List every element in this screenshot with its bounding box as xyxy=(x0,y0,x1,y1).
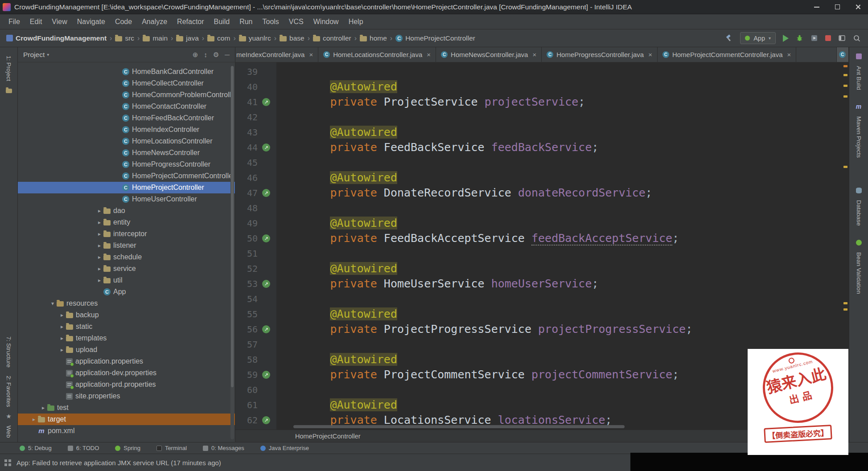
gutter[interactable]: 39 xyxy=(235,66,276,77)
tree-item-homelocationscontroller[interactable]: CHomeLocationsController xyxy=(18,135,235,147)
tree-item-application-properties[interactable]: application.properties xyxy=(18,356,235,367)
gutter[interactable]: 51 xyxy=(235,248,276,259)
close-tab-icon[interactable]: × xyxy=(787,51,791,58)
breadcrumb-item-controller[interactable]: controller xyxy=(313,34,351,42)
spring-bean-icon[interactable]: ↗ xyxy=(262,98,270,106)
code-line-47[interactable]: 47↗ private DonateRecordService donateRe… xyxy=(235,185,849,201)
tab-homeprogresscontroller-java[interactable]: CHomeProgressController.java× xyxy=(542,47,658,62)
gutter[interactable]: 62↗ xyxy=(235,415,276,426)
menu-refactor[interactable]: Refactor xyxy=(172,18,209,26)
tree-item-resources[interactable]: ▾resources xyxy=(18,298,235,309)
menu-run[interactable]: Run xyxy=(234,18,257,26)
gutter[interactable]: 43 xyxy=(235,127,276,138)
stripe-mark[interactable] xyxy=(843,65,847,67)
breadcrumb-item-yuanlrc[interactable]: yuanlrc xyxy=(239,34,271,42)
tab-homeprojectcommentcontroller-java[interactable]: CHomeProjectCommentController.java× xyxy=(658,47,796,62)
close-tab-icon[interactable]: × xyxy=(532,51,536,58)
tool-tab-maven-projects[interactable]: mMaven Projects xyxy=(856,104,862,162)
menu-file[interactable]: File xyxy=(4,18,25,26)
coverage-button[interactable] xyxy=(810,34,818,42)
project-scrollbar[interactable] xyxy=(230,66,234,439)
code-line-53[interactable]: 53↗ private HomeUserService homeUserServ… xyxy=(235,276,849,291)
code-line-45[interactable]: 45 xyxy=(235,155,849,170)
code-line-50[interactable]: 50↗ private FeedBackAcceptService feedBa… xyxy=(235,231,849,246)
tool-button-0-messages[interactable]: 0: Messages xyxy=(203,445,244,451)
hide-panel-button[interactable]: ─ xyxy=(225,51,230,59)
spring-bean-icon[interactable]: ↗ xyxy=(262,143,270,152)
menu-edit[interactable]: Edit xyxy=(25,18,47,26)
gutter[interactable]: 56↗ xyxy=(235,324,276,335)
menu-code[interactable]: Code xyxy=(110,18,137,26)
gutter[interactable]: 40 xyxy=(235,82,276,92)
expand-collapse-button[interactable]: ↕ xyxy=(204,51,207,59)
menu-navigate[interactable]: Navigate xyxy=(72,18,110,26)
breadcrumb-item-com[interactable]: com xyxy=(207,34,230,42)
tool-tab-web[interactable]: Web xyxy=(5,422,12,442)
gutter[interactable]: 41↗ xyxy=(235,97,276,107)
breadcrumb-item-base[interactable]: base xyxy=(280,34,304,42)
tree-item-site-properties[interactable]: site.properties xyxy=(18,390,235,402)
close-tab-icon[interactable]: × xyxy=(648,51,652,58)
tool-button-6-todo[interactable]: 6: TODO xyxy=(68,445,99,451)
minimize-button[interactable] xyxy=(806,0,827,14)
chevron-right-icon[interactable]: ▸ xyxy=(95,254,103,260)
tool-button-terminal[interactable]: Terminal xyxy=(156,445,187,451)
tree-item-homecollectcontroller[interactable]: CHomeCollectController xyxy=(18,78,235,89)
breadcrumb-item-home[interactable]: home xyxy=(360,34,387,42)
spring-bean-icon[interactable]: ↗ xyxy=(262,280,270,288)
tool-tab-ant-build[interactable]: Ant Build xyxy=(856,53,862,94)
gutter[interactable]: 45 xyxy=(235,157,276,168)
horizontal-scrollbar[interactable] xyxy=(293,425,625,428)
stripe-mark[interactable] xyxy=(843,308,847,311)
tool-tab-bean-validation[interactable]: Bean Validation xyxy=(856,240,862,298)
spring-bean-icon[interactable]: ↗ xyxy=(262,416,270,424)
toolwindow-switcher-icon[interactable] xyxy=(4,459,11,466)
chevron-right-icon[interactable]: ▸ xyxy=(58,335,66,341)
chevron-right-icon[interactable]: ▸ xyxy=(95,266,103,272)
code-line-43[interactable]: 43 @Autowired xyxy=(235,125,849,140)
chevron-right-icon[interactable]: ▸ xyxy=(95,219,103,225)
tool-tab-1-project[interactable]: 1: Project xyxy=(5,52,12,85)
tree-item-service[interactable]: ▸service xyxy=(18,263,235,274)
gutter[interactable]: 50↗ xyxy=(235,233,276,244)
code-line-54[interactable]: 54 xyxy=(235,291,849,307)
tree-item-dao[interactable]: ▸dao xyxy=(18,205,235,217)
tree-item-app[interactable]: CApp xyxy=(18,286,235,298)
tree-item-homefeedbackcontroller[interactable]: CHomeFeedBackController xyxy=(18,112,235,124)
code-line-49[interactable]: 49 @Autowired xyxy=(235,216,849,231)
code-line-48[interactable]: 48 xyxy=(235,201,849,216)
tab-homenewscontroller-java[interactable]: CHomeNewsController.java× xyxy=(436,47,542,62)
debug-button[interactable] xyxy=(796,34,803,42)
locate-file-button[interactable]: ⊕ xyxy=(193,51,198,59)
tree-item-entity[interactable]: ▸entity xyxy=(18,217,235,228)
breadcrumb-class[interactable]: HomeProjectController xyxy=(295,433,361,440)
maximize-button[interactable] xyxy=(827,0,847,14)
stop-button[interactable] xyxy=(825,35,831,41)
gutter[interactable]: 58 xyxy=(235,354,276,365)
spring-bean-icon[interactable]: ↗ xyxy=(262,325,270,333)
tree-item-upload[interactable]: ▸upload xyxy=(18,344,235,356)
chevron-right-icon[interactable]: ▸ xyxy=(58,312,66,318)
gutter[interactable]: 53↗ xyxy=(235,279,276,289)
menu-window[interactable]: Window xyxy=(309,18,344,26)
stripe-mark[interactable] xyxy=(843,74,847,76)
tool-button-spring[interactable]: Spring xyxy=(115,445,140,451)
gutter[interactable]: 49 xyxy=(235,218,276,229)
chevron-right-icon[interactable]: ▸ xyxy=(39,405,47,411)
active-tab-partial[interactable]: C xyxy=(836,47,849,62)
tree-item-listener[interactable]: ▸listener xyxy=(18,240,235,251)
spring-bean-icon[interactable]: ↗ xyxy=(262,371,270,379)
tool-button-java-enterprise[interactable]: Java Enterprise xyxy=(260,445,309,451)
spring-bean-icon[interactable]: ↗ xyxy=(262,189,270,197)
tree-item-target[interactable]: ▸target xyxy=(18,414,235,425)
tree-item-schedule[interactable]: ▸schedule xyxy=(18,251,235,263)
tree-item-homeindexcontroller[interactable]: CHomeIndexController xyxy=(18,124,235,135)
search-button[interactable] xyxy=(853,34,861,42)
tree-item-application-prd-properties[interactable]: application-prd.properties xyxy=(18,379,235,390)
close-tab-icon[interactable]: × xyxy=(427,51,431,58)
stripe-mark[interactable] xyxy=(843,95,847,98)
tree-item-homenewscontroller[interactable]: CHomeNewsController xyxy=(18,147,235,159)
tab-homelocationscontroller-java[interactable]: CHomeLocationsController.java× xyxy=(318,47,436,62)
code-line-56[interactable]: 56↗ private ProjectProgressService proje… xyxy=(235,322,849,337)
gutter[interactable]: 60 xyxy=(235,385,276,395)
